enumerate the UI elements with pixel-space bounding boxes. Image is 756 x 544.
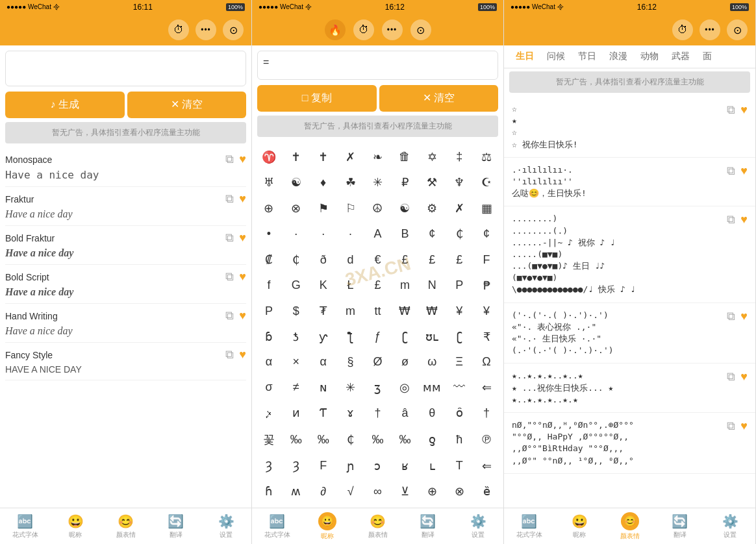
copy-emo-icon[interactable]: ⧉ (727, 103, 735, 117)
symbol-cell[interactable]: ɦ (256, 479, 282, 504)
symbol-cell[interactable]: m (338, 299, 364, 323)
symbol-cell[interactable]: ✗ (446, 196, 472, 221)
copy-emo-icon[interactable]: ⧉ (727, 164, 735, 178)
symbol-cell[interactable]: Ξ (446, 351, 472, 375)
symbol-cell[interactable]: ⊕ (256, 196, 282, 221)
nav-emoticon-1[interactable]: 😊 颜表情 (101, 508, 151, 544)
symbol-cell[interactable]: ¢ (473, 222, 499, 247)
symbol-cell[interactable]: ʗ (446, 325, 472, 349)
copy-font-icon[interactable]: ⧉ (225, 153, 234, 166)
symbol-cell[interactable]: √ (338, 479, 364, 504)
symbol-cell[interactable]: ɴ (310, 375, 336, 400)
copy-font-icon[interactable]: ⧉ (225, 309, 234, 323)
category-tab[interactable]: 面 (696, 45, 718, 68)
symbol-cell[interactable]: ☯ (392, 196, 418, 221)
copy-font-icon[interactable]: ⧉ (225, 348, 234, 362)
symbol-cell[interactable]: ⊗ (446, 479, 472, 504)
symbol-cell[interactable]: ɲ (338, 454, 364, 478)
symbol-cell[interactable]: ʗ (392, 325, 418, 349)
clear-button-2[interactable]: ✕ 清空 (379, 85, 499, 112)
clock-icon-1[interactable]: ⏱ (168, 19, 189, 40)
symbol-cell[interactable]: A (365, 222, 391, 247)
dots-icon-1[interactable]: ••• (195, 19, 216, 40)
symbol-cell[interactable]: ⚐ (338, 196, 364, 221)
symbol-cell[interactable]: ʟ (419, 454, 445, 478)
symbol-cell[interactable]: ∂ (310, 479, 336, 504)
symbol-cell[interactable]: P (256, 299, 282, 323)
symbol-cell[interactable]: ȅ (473, 479, 499, 504)
category-tab[interactable]: 动物 (634, 45, 665, 68)
symbol-cell[interactable]: ♅ (256, 171, 282, 195)
symbol-cell[interactable]: ₽ (392, 171, 418, 195)
copy-font-icon[interactable]: ⧉ (225, 231, 234, 245)
symbol-cell[interactable]: α (310, 351, 336, 375)
symbol-cell[interactable]: ʍ (283, 479, 309, 504)
symbol-cell[interactable]: ᴍᴍ (419, 375, 445, 400)
symbol-cell[interactable]: ⚙ (419, 196, 445, 221)
nav-font-3[interactable]: 🔤 花式字体 (504, 508, 554, 544)
fire-icon[interactable]: 🔥 (325, 19, 346, 40)
symbol-cell[interactable]: T (446, 454, 472, 478)
symbol-cell[interactable]: ◎ (392, 375, 418, 400)
symbol-cell[interactable]: ʒ (365, 375, 391, 400)
symbol-cell[interactable]: Ø (365, 351, 391, 375)
heart-icon[interactable]: ♥ (239, 231, 246, 245)
symbol-cell[interactable]: € (365, 247, 391, 272)
nav-font-1[interactable]: 🔤 花式字体 (0, 508, 50, 544)
symbol-cell[interactable]: ☯ (283, 171, 309, 195)
symbol-cell[interactable]: † (365, 401, 391, 426)
heart-icon[interactable]: ♥ (239, 192, 246, 206)
symbol-cell[interactable]: ☪ (473, 171, 499, 195)
symbol-cell[interactable]: G (283, 273, 309, 298)
generate-button[interactable]: ♪ 生成 (5, 92, 125, 118)
symbol-cell[interactable]: θ (419, 401, 445, 426)
clock-icon-3[interactable]: ⏱ (672, 19, 693, 40)
symbol-cell[interactable]: ✝ (283, 145, 309, 169)
symbol-cell[interactable]: ⊕ (419, 479, 445, 504)
symbol-cell[interactable]: • (256, 222, 282, 247)
symbol-cell[interactable]: ω (419, 351, 445, 375)
target-icon-1[interactable]: ⊙ (223, 19, 244, 40)
nav-nickname-2[interactable]: 😀 昵称 (302, 508, 352, 544)
heart-emo-icon[interactable]: ♥ (740, 419, 748, 433)
symbol-cell[interactable]: £ (365, 273, 391, 298)
symbol-cell[interactable]: ɓ (256, 325, 282, 349)
symbol-cell[interactable]: ♆ (446, 171, 472, 195)
symbol-cell[interactable]: · (283, 222, 309, 247)
symbol-cell[interactable]: ♈ (256, 145, 282, 169)
symbol-cell[interactable]: ₡ (256, 247, 282, 272)
symbol-cell[interactable]: £ (446, 247, 472, 272)
symbol-cell[interactable]: ¢ (419, 222, 445, 247)
symbol-cell[interactable]: N (419, 273, 445, 298)
symbol-cell[interactable]: ƪ (338, 325, 364, 349)
symbol-cell[interactable]: 🗑 (392, 145, 418, 169)
symbol-cell[interactable]: ð (310, 247, 336, 272)
copy-emo-icon[interactable]: ⧉ (727, 370, 735, 384)
symbol-cell[interactable]: ₩ (419, 299, 445, 323)
nav-translate-3[interactable]: 🔄 翻译 (655, 508, 705, 544)
dots-icon-2[interactable]: ••• (382, 19, 403, 40)
nav-emoticon-2[interactable]: 😊 颜表情 (353, 508, 403, 544)
heart-emo-icon[interactable]: ♥ (740, 370, 748, 384)
nav-translate-2[interactable]: 🔄 翻译 (403, 508, 453, 544)
symbol-cell[interactable]: ¥ (446, 299, 472, 323)
nav-nickname-3[interactable]: 😀 昵称 (554, 508, 604, 544)
symbol-cell[interactable]: ₵ (446, 222, 472, 247)
symbol-cell[interactable]: ₩ (392, 299, 418, 323)
symbol-cell[interactable]: ▦ (473, 196, 499, 221)
symbol-cell[interactable]: ♦ (310, 171, 336, 195)
symbol-cell[interactable]: ʁ (392, 454, 418, 478)
symbol-cell[interactable]: ɤ (338, 401, 364, 426)
heart-icon[interactable]: ♥ (239, 270, 246, 284)
symbol-cell[interactable]: ≠ (283, 375, 309, 400)
symbol-cell[interactable]: ‰ (283, 427, 309, 452)
symbol-cell[interactable]: ƒ (365, 325, 391, 349)
symbol-cell[interactable]: ‰ (310, 427, 336, 452)
symbol-cell[interactable]: ƍ (419, 427, 445, 452)
copy-font-icon[interactable]: ⧉ (225, 192, 234, 206)
symbol-cell[interactable]: ħ (446, 427, 472, 452)
copy-font-icon[interactable]: ⧉ (225, 270, 234, 284)
nav-settings-2[interactable]: ⚙️ 设置 (453, 508, 503, 544)
symbol-cell[interactable]: Ƭ (310, 401, 336, 426)
nav-translate-1[interactable]: 🔄 翻译 (151, 508, 201, 544)
